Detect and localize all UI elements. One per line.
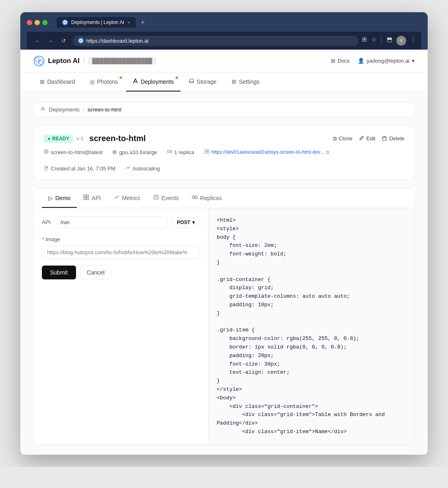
method-selector[interactable]: POST ▾: [172, 217, 200, 228]
bookmark-icon[interactable]: ☆: [371, 36, 376, 46]
demo-body: API: POST ▾ * Image: [34, 208, 414, 444]
browser-toolbar: ← → ↺ https://dashboard.lepton.ai ⊞ ☆ ⬒ …: [27, 32, 421, 50]
active-tab[interactable]: Deployments | Lepton AI ×: [57, 17, 136, 28]
image-value: screen-to-html@latest: [51, 149, 102, 155]
address-favicon-icon: [78, 38, 84, 44]
svg-point-6: [38, 60, 40, 62]
cancel-button[interactable]: Cancel: [80, 266, 112, 279]
api-row: API: POST ▾: [42, 216, 200, 228]
app-content: Lepton AI / ████████████████ ⊞ Docs 👤 ya…: [20, 50, 428, 455]
tab-events[interactable]: Events: [147, 189, 185, 208]
back-button[interactable]: ←: [32, 35, 43, 46]
breadcrumb-separator: /: [83, 107, 85, 113]
docs-icon: ⊞: [331, 58, 335, 64]
user-email: yadong@lepton.ai: [367, 58, 409, 64]
deployment-header: ● READY v:1 screen-to-html ⧉ Clone: [43, 134, 405, 143]
clock-meta-icon: ⏱: [43, 166, 49, 172]
nav-label-dashboard: Dashboard: [47, 78, 75, 85]
app-header: Lepton AI / ████████████████ ⊞ Docs 👤 ya…: [20, 50, 428, 72]
api-tab-icon: [83, 194, 89, 201]
edit-label: Edit: [366, 135, 375, 142]
svg-point-11: [44, 150, 48, 154]
delete-icon: [382, 135, 387, 142]
tab-close-button[interactable]: ×: [128, 20, 130, 25]
deployments-nav-icon: [133, 78, 138, 85]
code-output-panel: <html> <style> body { font-size: 2em; fo…: [209, 208, 414, 444]
delete-button[interactable]: Delete: [382, 135, 405, 142]
settings-nav-icon: ⚙: [231, 78, 237, 85]
submit-button[interactable]: Submit: [42, 266, 76, 279]
tab-demo[interactable]: ▷ Demo: [42, 189, 77, 208]
status-badge: ● READY: [43, 135, 73, 143]
breadcrumb-root[interactable]: Deployments: [49, 107, 80, 113]
deployment-meta: screen-to-html@latest ⚙ gpu.a10.6xlarge …: [43, 149, 405, 172]
required-star: *: [42, 236, 44, 242]
image-url-input[interactable]: [42, 246, 200, 259]
dashboard-nav-icon: ⊞: [40, 78, 45, 85]
sidebar-icon[interactable]: ⬒: [387, 36, 392, 46]
meta-created: ⏱ Created at Jan 16, 7:05 PM: [43, 166, 115, 172]
replicas-tab-label: Replicas: [200, 195, 222, 201]
new-tab-button[interactable]: +: [137, 18, 148, 27]
url-meta-icon: [204, 149, 209, 155]
tab-metrics[interactable]: Metrics: [107, 189, 147, 208]
photons-notification-dot: [120, 76, 122, 79]
address-bar[interactable]: https://dashboard.lepton.ai: [72, 36, 359, 46]
user-menu[interactable]: 👤 yadong@lepton.ai ▾: [358, 58, 415, 64]
reload-button[interactable]: ↺: [58, 35, 69, 46]
main-content: Deployments / screen-to-html ● READY v:1…: [20, 92, 428, 455]
gpu-meta-icon: ⚙: [112, 149, 117, 155]
workspace-name: ████████████████: [88, 57, 156, 65]
forward-button[interactable]: →: [45, 35, 56, 46]
edit-button[interactable]: Edit: [359, 135, 375, 142]
svg-point-12: [46, 151, 47, 152]
image-field-group: * Image: [42, 236, 200, 266]
user-menu-chevron-icon: ▾: [412, 58, 415, 64]
browser-chrome: Deployments | Lepton AI × + ← → ↺ https:…: [20, 12, 428, 50]
tab-replicas[interactable]: Replicas: [185, 189, 228, 208]
deployment-card: ● READY v:1 screen-to-html ⧉ Clone: [33, 125, 415, 180]
meta-image: screen-to-html@latest: [43, 149, 102, 155]
nav-item-dashboard[interactable]: ⊞ Dashboard: [33, 72, 82, 92]
nav-buttons: ← → ↺: [32, 35, 69, 46]
method-text: POST: [177, 220, 190, 225]
user-profile-icon[interactable]: Y: [396, 36, 406, 46]
meta-autoscaling: Autoscaling: [125, 165, 160, 172]
svg-rect-16: [87, 195, 89, 197]
svg-rect-14: [170, 150, 172, 152]
deployments-notification-dot: [176, 76, 178, 79]
menu-icon[interactable]: ⋮: [410, 36, 416, 46]
nav-item-photons[interactable]: ◎ Photons: [83, 72, 124, 92]
version-badge: v:1: [76, 135, 83, 142]
close-window-button[interactable]: [27, 20, 32, 25]
svg-rect-22: [192, 196, 194, 198]
app-logo: Lepton AI: [33, 55, 80, 67]
deployment-name: screen-to-html: [89, 134, 146, 143]
copy-url-icon[interactable]: ⧉: [326, 150, 329, 155]
clone-button[interactable]: ⧉ Clone: [333, 135, 352, 142]
clone-label: Clone: [339, 135, 352, 142]
maximize-window-button[interactable]: [42, 20, 48, 25]
created-value: Created at Jan 16, 7:05 PM: [51, 166, 115, 172]
docs-link[interactable]: ⊞ Docs: [331, 58, 350, 64]
nav-item-deployments[interactable]: Deployments: [126, 72, 181, 92]
demo-tab-icon: ▷: [48, 195, 53, 201]
docs-label: Docs: [337, 58, 350, 64]
minimize-window-button[interactable]: [35, 20, 40, 25]
url-value[interactable]: https://dev01awsuseast1wssys-screen-to-h…: [211, 149, 324, 155]
delete-label: Delete: [389, 135, 405, 142]
svg-point-1: [64, 22, 66, 23]
extensions-icon[interactable]: ⊞: [362, 36, 367, 46]
gpu-value: gpu.a10.6xlarge: [119, 149, 157, 155]
demo-panel: ▷ Demo API Metrics: [33, 188, 415, 445]
svg-point-3: [80, 40, 82, 41]
nav-label-deployments: Deployments: [141, 78, 174, 85]
demo-tab-label: Demo: [55, 195, 70, 201]
nav-item-storage[interactable]: Storage: [182, 72, 223, 92]
photons-nav-icon: ◎: [90, 78, 95, 85]
tab-api[interactable]: API: [77, 189, 107, 208]
api-path-input[interactable]: [56, 216, 168, 228]
nav-item-settings[interactable]: ⚙ Settings: [225, 72, 266, 92]
image-field-label: * Image: [42, 236, 200, 242]
breadcrumb-current: screen-to-html: [88, 107, 122, 113]
